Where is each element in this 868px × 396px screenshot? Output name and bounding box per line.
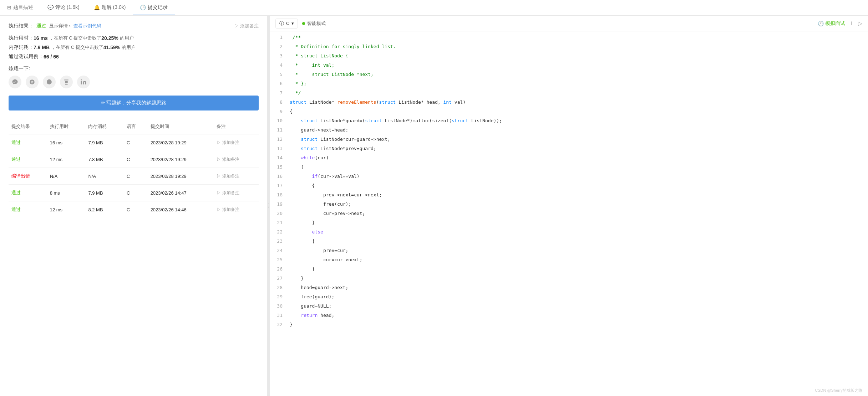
line-number: 13 (270, 144, 287, 153)
cell-submit-time: 2023/02/26 14:47 (148, 185, 214, 201)
cell-time: N/A (47, 168, 86, 185)
code-line: } (290, 264, 868, 274)
smart-mode-label: 智能模式 (307, 20, 326, 27)
cell-time: 12 ms (47, 151, 86, 168)
code-line: head=guard->next; (290, 283, 868, 292)
line-number: 21 (270, 218, 287, 227)
memory-row: 内存消耗： 7.9 MB ，在所有 C 提交中击败了 41.59% 的用户 (9, 44, 259, 51)
tab-description[interactable]: ⊟ 题目描述 (0, 0, 40, 15)
code-token: (cur->val==val) (318, 173, 359, 180)
memory-value: 7.9 MB (34, 45, 50, 50)
view-example-link[interactable]: 查看示例代码 (73, 23, 101, 29)
line-number: 14 (270, 153, 287, 163)
memory-text: ，在所有 C 提交中击败了 (51, 44, 103, 51)
main-layout: 执行结果： 通过 显示详情 › 查看示例代码 ▷ 添加备注 执行用时： 16 m… (0, 16, 868, 396)
result-status: 通过 (36, 23, 46, 29)
cell-memory: N/A (85, 168, 124, 185)
line-number: 15 (270, 163, 287, 172)
show-detail-link[interactable]: 显示详情 › (49, 23, 71, 29)
table-row: 通过 12 ms 7.8 MB C 2023/02/28 19:29 ▷ 添加备… (9, 151, 259, 168)
code-token: cur=cur->next; (290, 256, 362, 264)
code-editor: 1234567891011121314151617181920212223242… (270, 31, 868, 396)
exec-time-row: 执行用时： 16 ms ，在所有 C 提交中击败了 20.25% 的用户 (9, 35, 259, 41)
weibo-icon[interactable]: 微 (26, 76, 39, 88)
language-selector[interactable]: ⓘ C ▾ (275, 19, 298, 29)
write-solution-button[interactable]: ✏ 写题解，分享我的解题思路 (9, 96, 259, 110)
test-case-value: 66 / 66 (44, 54, 59, 60)
memory-suffix: 的用户 (122, 44, 136, 51)
cell-note[interactable]: ▷ 添加备注 (214, 168, 259, 185)
code-line: } (290, 320, 868, 329)
result-label: 执行结果： (9, 23, 34, 29)
line-number: 11 (270, 125, 287, 135)
code-line: guard->next=head; (290, 125, 868, 135)
cell-status[interactable]: 通过 (9, 201, 47, 218)
code-line: */ (290, 88, 868, 98)
cell-note[interactable]: ▷ 添加备注 (214, 134, 259, 151)
linkedin-icon[interactable] (77, 76, 90, 88)
tab-bar: ⊟ 题目描述 💬 评论 (1.6k) 🔔 题解 (3.0k) 🕐 提交记录 (0, 0, 868, 16)
code-token: ( (376, 99, 379, 106)
col-submit-time: 提交时间 (148, 119, 214, 134)
tab-solutions[interactable]: 🔔 题解 (3.0k) (87, 0, 133, 15)
cell-status[interactable]: 通过 (9, 185, 47, 201)
wechat-icon[interactable] (9, 76, 21, 88)
run-icon[interactable]: ▷ (858, 20, 862, 27)
cell-time: 16 ms (47, 134, 86, 151)
add-note-top-btn[interactable]: ▷ 添加备注 (234, 23, 259, 29)
line-number: 31 (270, 311, 287, 320)
line-number: 28 (270, 283, 287, 292)
code-line: free(guard); (290, 292, 868, 302)
line-number: 1 (270, 33, 287, 42)
table-header-row: 提交结果 执行用时 内存消耗 语言 提交时间 备注 (9, 119, 259, 134)
code-token: ListNode*)malloc(sizeof( (382, 117, 452, 125)
code-line: * struct ListNode *next; (290, 70, 868, 79)
tab-comments[interactable]: 💬 评论 (1.6k) (40, 0, 87, 15)
code-content[interactable]: /** * Definition for singly-linked list.… (287, 31, 868, 396)
code-token: { (290, 238, 315, 245)
qq-icon[interactable] (43, 76, 56, 88)
douban-icon[interactable] (60, 76, 73, 88)
code-token: ListNode*cur=guard->next; (318, 136, 390, 143)
code-token: head=guard->next; (290, 284, 348, 292)
svg-rect-2 (64, 79, 68, 80)
memory-pct: 41.59% (103, 45, 120, 50)
code-line: struct ListNode*cur=guard->next; (290, 135, 868, 144)
result-row: 执行结果： 通过 显示详情 › 查看示例代码 ▷ 添加备注 (9, 23, 259, 29)
toolbar-right: 🕐 模拟面试 i ▷ (818, 20, 862, 27)
line-number: 16 (270, 172, 287, 181)
code-line: * Definition for singly-linked list. (290, 42, 868, 51)
smart-mode-dot (302, 22, 305, 25)
code-token: while (290, 154, 315, 162)
exec-time-label: 执行用时： (9, 35, 34, 41)
col-memory: 内存消耗 (85, 119, 124, 134)
cell-status[interactable]: 通过 (9, 134, 47, 151)
cell-status[interactable]: 通过 (9, 151, 47, 168)
code-token: free(guard); (290, 293, 334, 301)
cell-note[interactable]: ▷ 添加备注 (214, 151, 259, 168)
code-token: guard=NULL; (290, 303, 331, 310)
mock-interview-button[interactable]: 🕐 模拟面试 (818, 20, 845, 27)
table-row: 通过 16 ms 7.9 MB C 2023/02/28 19:29 ▷ 添加备… (9, 134, 259, 151)
info-icon[interactable]: i (851, 20, 852, 27)
code-token: struct (301, 136, 318, 143)
code-token: ListNode*guard=( (318, 117, 365, 125)
cell-time: 12 ms (47, 201, 86, 218)
tab-submissions[interactable]: 🕐 提交记录 (133, 0, 175, 15)
line-number: 9 (270, 107, 287, 116)
result-section: 执行结果： 通过 显示详情 › 查看示例代码 ▷ 添加备注 (9, 23, 259, 29)
code-token: * struct ListNode { (290, 52, 348, 60)
code-line: cur=cur->next; (290, 255, 868, 264)
cell-note[interactable]: ▷ 添加备注 (214, 185, 259, 201)
cell-note[interactable]: ▷ 添加备注 (214, 201, 259, 218)
cell-status[interactable]: 编译出错 (9, 168, 47, 185)
code-line: while(cur) (290, 153, 868, 163)
col-note: 备注 (214, 119, 259, 134)
cell-time: 8 ms (47, 185, 86, 201)
smart-mode-indicator: 智能模式 (302, 20, 326, 27)
cell-memory: 7.8 MB (85, 151, 124, 168)
code-token (290, 136, 301, 143)
code-line: struct ListNode* removeElements(struct L… (290, 98, 868, 107)
language-value: C (286, 21, 289, 26)
line-number: 10 (270, 116, 287, 125)
